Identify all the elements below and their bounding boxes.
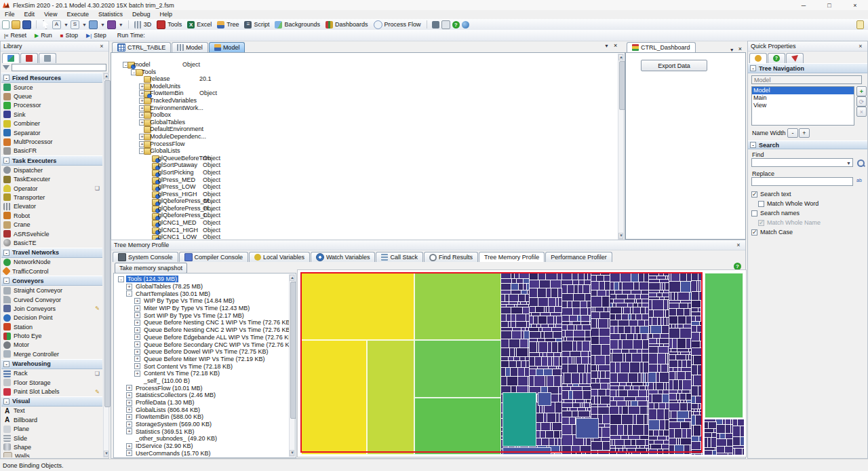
new-window-icon[interactable] <box>856 20 864 29</box>
tree-row[interactable]: glQbeforePress_M...Object <box>111 197 618 205</box>
view-add-button[interactable]: + <box>856 86 867 96</box>
tree-expand-icon[interactable]: + <box>126 421 132 428</box>
library-scroll-thumb[interactable] <box>104 80 111 407</box>
tree-expand-icon[interactable]: - <box>118 276 124 282</box>
tree-expand-icon[interactable]: + <box>126 428 132 434</box>
library-item-networknode[interactable]: NetworkNode <box>1 258 102 267</box>
library-section-warehousing[interactable]: -Warehousing <box>1 359 102 369</box>
library-item-dispatcher[interactable]: Dispatcher <box>1 166 102 174</box>
library-item-station[interactable]: Station <box>1 322 102 331</box>
connect-s-icon[interactable]: S <box>71 20 79 29</box>
treemap-block-blue[interactable] <box>576 418 599 438</box>
memory-tree-row[interactable]: +Queue Before Nesting CNC 2 WIP Vs Time … <box>115 326 289 334</box>
tree-expand-icon[interactable]: + <box>134 349 140 355</box>
new-file-icon[interactable] <box>2 20 9 29</box>
library-tab-3[interactable] <box>39 53 56 63</box>
fill-color-icon-dropdown[interactable]: ▼ <box>100 22 105 27</box>
library-item-merge-controller[interactable]: Merge Controller <box>1 350 102 358</box>
open-file-icon[interactable] <box>12 20 20 29</box>
replace-input[interactable] <box>751 177 853 186</box>
tree-expand-icon[interactable]: - <box>126 290 132 297</box>
tree-navigation-list[interactable]: ModelMainView <box>751 86 854 126</box>
quick-properties-tab-3[interactable] <box>786 53 804 63</box>
save-icon[interactable] <box>22 20 31 29</box>
close-button[interactable]: × <box>842 1 868 10</box>
flow-order-icon[interactable] <box>432 21 439 29</box>
library-item-sink[interactable]: Sink <box>1 110 102 119</box>
tree-row[interactable]: glCNC1_MEDObject <box>111 219 618 227</box>
tree-expand-icon[interactable]: + <box>126 443 132 449</box>
library-item-processor[interactable]: Processor <box>1 101 102 110</box>
tree-expand-icon[interactable]: + <box>126 284 132 290</box>
window-badge-icon[interactable]: ❏ <box>95 185 100 191</box>
tab-local-variables[interactable]: Local Variables <box>249 252 310 262</box>
menu-edit[interactable]: Edit <box>20 10 40 19</box>
tree-row[interactable]: glSortPickingObject <box>111 169 618 176</box>
library-section-task-executers[interactable]: -Task Executers <box>1 155 102 166</box>
memory-scroll-thumb[interactable] <box>290 282 296 419</box>
toolbar-button-script[interactable]: ≡Script <box>241 20 272 29</box>
collapse-icon[interactable]: - <box>3 250 9 256</box>
tree-scroll-down[interactable]: ▼ <box>618 233 623 239</box>
tree-scroll-up[interactable]: ▲ <box>618 54 623 60</box>
tree-expand-icon[interactable]: + <box>134 334 140 340</box>
memory-tree-row[interactable]: +Queue Before Edgebande ALL WIP Vs Time … <box>115 334 289 341</box>
step-button[interactable]: ▶|Step <box>82 31 111 40</box>
tab-compiler-console[interactable]: Compiler Console <box>179 252 249 262</box>
toolbar-button-backgrounds[interactable]: Backgrounds <box>272 20 323 29</box>
collapse-icon[interactable]: - <box>3 75 9 81</box>
tab-list-dropdown-icon[interactable]: ▼ <box>604 43 609 48</box>
tree-scroll-thumb[interactable] <box>619 61 625 110</box>
tab-ctrl_table-0[interactable]: CTRL_TABLE <box>112 42 171 52</box>
memory-tree-row[interactable]: +Content Vs Time (72.18 KB) <box>115 370 289 377</box>
tree-row[interactable]: +ModelUnits <box>111 83 618 90</box>
tab-tree-memory-profile[interactable]: Tree Memory Profile <box>479 252 545 262</box>
tree-row[interactable]: +ProcessFlow <box>111 140 618 148</box>
stop-button[interactable]: ■Stop <box>56 31 82 40</box>
tree-row[interactable]: +GlobalTables <box>111 119 618 126</box>
library-item-crane[interactable]: Crane <box>1 220 102 229</box>
tree-expand-icon[interactable]: + <box>134 371 140 377</box>
tab-model-1[interactable]: Model <box>172 42 208 52</box>
memory-tree-row[interactable]: _self_ (101.00 B) <box>115 457 289 457</box>
replace-icon[interactable]: ab <box>856 178 862 183</box>
view-list-item-main[interactable]: Main <box>752 94 854 102</box>
collapse-icon[interactable]: - <box>3 398 9 404</box>
tree-expand-icon[interactable]: + <box>126 414 132 420</box>
collapse-icon[interactable]: - <box>3 278 9 284</box>
export-data-button[interactable]: Export Data <box>641 60 707 71</box>
tree-row[interactable]: glPress_MEDObject <box>111 176 618 184</box>
globe-icon[interactable] <box>462 21 469 29</box>
paint-icon-dropdown[interactable]: ▼ <box>119 22 123 27</box>
collapse-icon[interactable]: - <box>3 361 9 367</box>
library-item-robot[interactable]: Robot <box>1 211 102 220</box>
memory-tree-row[interactable]: +Miter WIP By Type Vs Time (12.43 MB) <box>115 305 289 312</box>
maximize-button[interactable]: □ <box>816 1 842 10</box>
view-list-item-model[interactable]: Model <box>752 87 854 94</box>
memory-tree-row[interactable]: -ChartTemplates (30.01 MB) <box>115 290 289 297</box>
library-item-basicte[interactable]: BasicTE <box>1 238 102 247</box>
library-item-source[interactable]: Source <box>1 83 102 92</box>
window-view-icon[interactable] <box>441 20 450 29</box>
dashboard-dropdown-icon[interactable]: ▼ <box>730 44 734 52</box>
tree-expand-icon[interactable]: + <box>126 450 132 456</box>
library-section-travel-networks[interactable]: -Travel Networks <box>1 248 102 258</box>
library-tab-1[interactable] <box>2 53 20 63</box>
tree-expand-icon[interactable]: + <box>134 356 140 362</box>
tree-expand-icon[interactable]: + <box>134 312 140 318</box>
memory-scroll-up[interactable]: ▲ <box>290 275 294 281</box>
library-item-asrsvehicle[interactable]: ASRSvehicle <box>1 229 102 238</box>
treemap-block-teal[interactable] <box>502 392 536 447</box>
library-item-elevator[interactable]: Elevator <box>1 202 102 211</box>
tree-expand-icon[interactable]: + <box>134 298 140 304</box>
memory-tree-row[interactable]: +Queue Before Dowel WIP Vs Time (72.75 K… <box>115 348 289 356</box>
checkbox-search-text[interactable] <box>751 191 757 197</box>
treemap-block-blue[interactable] <box>502 447 551 455</box>
toolbar-button-3d[interactable]: 3D <box>132 20 155 29</box>
library-item-multprocessor[interactable]: MultProcessor <box>1 137 102 146</box>
checkbox-match-whole-word[interactable] <box>758 201 764 207</box>
treemap-block-blue[interactable] <box>538 392 551 406</box>
library-item-taskexecuter[interactable]: TaskExecuter <box>1 175 102 184</box>
menu-statistics[interactable]: Statistics <box>94 10 127 19</box>
checkbox-match-case[interactable] <box>751 229 757 236</box>
